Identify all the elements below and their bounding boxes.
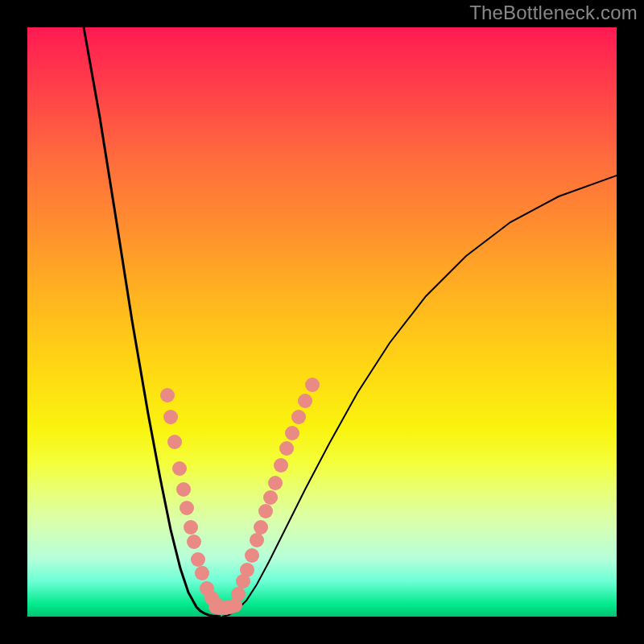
highlight-dot xyxy=(263,490,278,505)
watermark-text: TheBottleneck.com xyxy=(469,2,638,24)
highlight-dot xyxy=(184,520,198,535)
highlight-dot xyxy=(305,378,320,392)
plot-area xyxy=(27,27,617,617)
highlight-dot xyxy=(240,563,254,577)
highlight-dot xyxy=(163,410,178,424)
highlight-dot xyxy=(195,566,209,580)
highlight-dot xyxy=(250,533,264,547)
highlight-dot xyxy=(268,476,283,490)
highlight-dot xyxy=(258,504,273,518)
highlight-dot xyxy=(291,410,306,424)
highlight-dot xyxy=(172,461,187,476)
chart-overlay xyxy=(27,27,617,617)
highlight-dot xyxy=(274,458,288,473)
outer-frame: TheBottleneck.com xyxy=(0,0,644,644)
highlight-dot xyxy=(191,552,205,567)
highlight-dot xyxy=(231,587,246,601)
curve-left-branch xyxy=(84,27,221,617)
highlight-dot xyxy=(176,482,191,497)
highlight-dot xyxy=(245,548,259,563)
highlight-dot xyxy=(279,441,294,456)
highlight-dot xyxy=(285,426,299,440)
highlight-dot xyxy=(167,435,182,449)
highlight-dot xyxy=(180,501,194,515)
highlight-dot xyxy=(298,394,312,408)
highlight-dot xyxy=(254,520,268,535)
highlight-dot xyxy=(187,535,201,549)
curve-right-branch xyxy=(222,175,617,617)
highlight-dot xyxy=(160,388,175,402)
